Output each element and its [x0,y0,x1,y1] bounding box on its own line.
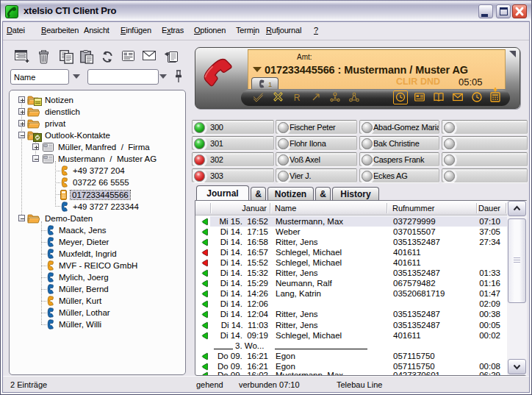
svg-text:R: R [294,93,301,103]
